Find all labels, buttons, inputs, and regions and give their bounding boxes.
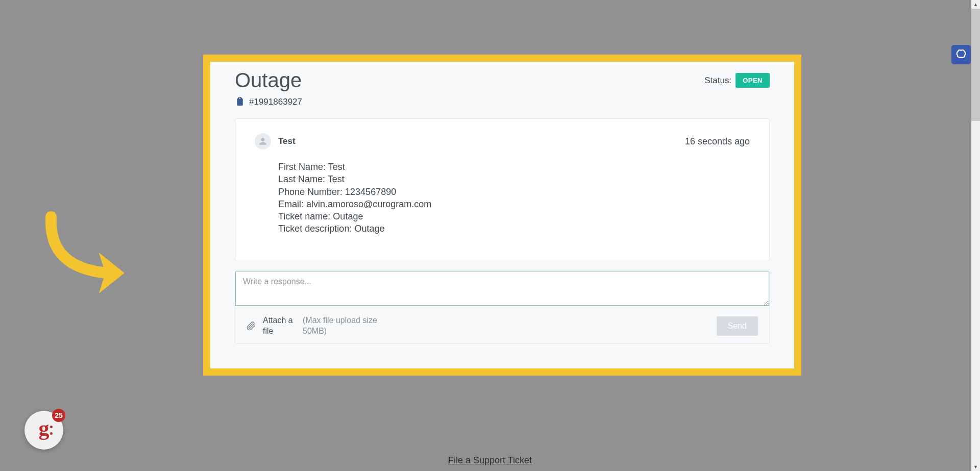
ticket-id: #1991863927 [249, 97, 302, 107]
widget-badge: 25 [52, 409, 65, 422]
widget-dots-icon [50, 426, 54, 435]
ticket-title: Outage [235, 69, 302, 92]
status-area: Status: OPEN [704, 73, 770, 88]
ticket-icon [235, 97, 245, 107]
attach-area[interactable]: Attach a file (Max file upload size 50MB… [247, 315, 379, 337]
author-area: Test [255, 133, 296, 150]
field-first-name: First Name: Test [278, 161, 750, 173]
arrow-annotation-icon [41, 207, 184, 309]
right-side-tab[interactable] [951, 45, 971, 64]
avatar [255, 133, 271, 150]
field-ticket-description: Ticket description: Outage [278, 222, 750, 235]
ticket-id-row: #1991863927 [235, 97, 770, 107]
response-input[interactable] [235, 271, 769, 306]
scrollbar-thumb[interactable] [971, 9, 980, 121]
message-timestamp: 16 seconds ago [685, 136, 750, 147]
brain-icon [955, 48, 967, 61]
ticket-title-row: Outage Status: OPEN [235, 69, 770, 92]
response-footer: Attach a file (Max file upload size 50MB… [235, 308, 769, 344]
highlight-frame: Outage Status: OPEN #1991863927 [203, 55, 801, 376]
message-header: Test 16 seconds ago [255, 133, 750, 150]
ticket-panel: Outage Status: OPEN #1991863927 [210, 62, 794, 368]
status-badge: OPEN [736, 73, 770, 88]
author-name: Test [278, 136, 296, 146]
message-body: First Name: Test Last Name: Test Phone N… [255, 161, 750, 235]
send-button[interactable]: Send [717, 316, 758, 336]
field-phone: Phone Number: 1234567890 [278, 186, 750, 198]
status-label: Status: [704, 76, 731, 86]
widget-logo: g [39, 416, 50, 440]
scrollbar-up-icon[interactable]: ▲ [971, 0, 980, 9]
field-last-name: Last Name: Test [278, 173, 750, 185]
field-email: Email: alvin.amoroso@curogram.com [278, 198, 750, 210]
paperclip-icon [247, 321, 256, 331]
scrollbar[interactable]: ▲ ▼ [971, 0, 980, 471]
attach-file-label: Attach a file [263, 315, 296, 337]
ticket-header: Outage Status: OPEN #1991863927 [210, 62, 794, 118]
scrollbar-down-icon[interactable]: ▼ [971, 462, 980, 471]
field-ticket-name: Ticket name: Outage [278, 210, 750, 222]
message-card: Test 16 seconds ago First Name: Test Las… [235, 118, 770, 261]
attach-file-hint: (Max file upload size 50MB) [303, 315, 379, 337]
response-card: Attach a file (Max file upload size 50MB… [235, 270, 770, 344]
floating-widget[interactable]: g 25 [24, 411, 63, 450]
file-support-ticket-link[interactable]: File a Support Ticket [448, 455, 532, 466]
